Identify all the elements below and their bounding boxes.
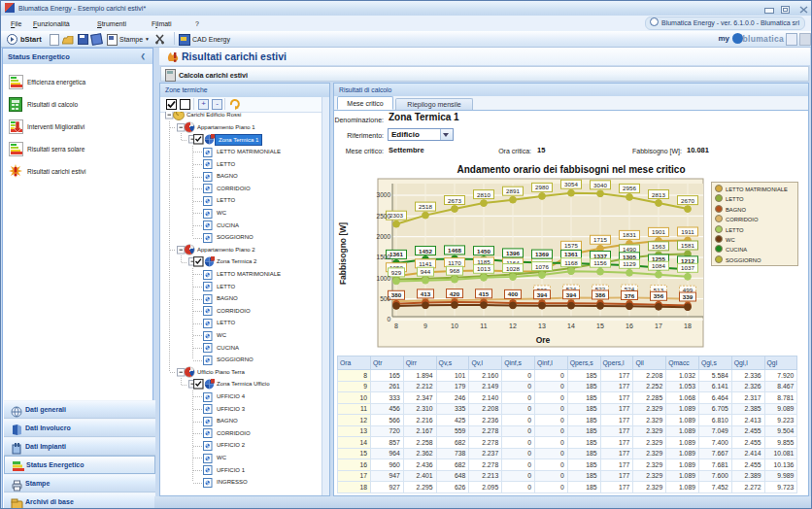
svg-text:1305: 1305 xyxy=(623,254,636,260)
svg-text:0: 0 xyxy=(387,316,390,322)
svg-text:2500: 2500 xyxy=(377,213,391,220)
svg-text:Ore: Ore xyxy=(536,335,551,345)
svg-text:1369: 1369 xyxy=(535,251,549,257)
svg-text:3054: 3054 xyxy=(564,181,578,187)
svg-text:1028: 1028 xyxy=(506,265,520,272)
svg-text:1076: 1076 xyxy=(535,263,549,270)
svg-text:14: 14 xyxy=(567,322,575,329)
svg-text:1141: 1141 xyxy=(419,260,432,267)
svg-text:1084: 1084 xyxy=(652,262,665,269)
svg-text:12: 12 xyxy=(509,322,517,329)
svg-text:420: 420 xyxy=(450,290,460,297)
svg-text:18: 18 xyxy=(684,322,692,329)
svg-text:415: 415 xyxy=(479,290,490,297)
svg-text:11: 11 xyxy=(480,322,487,329)
svg-text:3040: 3040 xyxy=(593,182,607,188)
svg-text:1490: 1490 xyxy=(623,246,636,253)
svg-text:1170: 1170 xyxy=(448,259,461,266)
svg-text:1168: 1168 xyxy=(564,259,578,266)
svg-text:376: 376 xyxy=(625,292,635,299)
svg-text:1361: 1361 xyxy=(564,251,578,257)
svg-text:2673: 2673 xyxy=(448,197,461,204)
svg-text:1212: 1212 xyxy=(681,257,694,264)
svg-text:394: 394 xyxy=(537,291,548,298)
svg-text:1129: 1129 xyxy=(623,260,636,267)
svg-text:400: 400 xyxy=(508,290,519,297)
svg-text:500: 500 xyxy=(380,295,390,302)
svg-text:1563: 1563 xyxy=(652,243,665,250)
svg-text:8: 8 xyxy=(394,322,398,329)
svg-text:413: 413 xyxy=(421,290,431,297)
svg-text:386: 386 xyxy=(595,291,606,298)
svg-text:2891: 2891 xyxy=(506,187,520,194)
svg-text:1901: 1901 xyxy=(652,228,665,235)
svg-text:2303: 2303 xyxy=(389,212,403,219)
svg-text:968: 968 xyxy=(450,267,460,274)
svg-text:2980: 2980 xyxy=(535,184,549,190)
svg-text:1396: 1396 xyxy=(506,250,520,256)
svg-text:1468: 1468 xyxy=(448,247,461,254)
svg-text:13: 13 xyxy=(538,322,546,329)
svg-text:1337: 1337 xyxy=(593,253,607,259)
svg-text:2518: 2518 xyxy=(419,203,432,210)
svg-text:2000: 2000 xyxy=(377,233,391,240)
svg-text:356: 356 xyxy=(654,292,664,299)
svg-text:1831: 1831 xyxy=(623,231,636,238)
svg-text:1452: 1452 xyxy=(419,248,432,254)
svg-text:1361: 1361 xyxy=(389,251,403,257)
svg-text:1581: 1581 xyxy=(681,242,694,249)
svg-text:1575: 1575 xyxy=(564,242,578,249)
svg-text:1911: 1911 xyxy=(681,228,694,235)
svg-text:1450: 1450 xyxy=(477,248,491,254)
svg-text:16: 16 xyxy=(626,322,633,329)
svg-text:1500: 1500 xyxy=(377,254,391,260)
svg-text:394: 394 xyxy=(566,291,577,298)
svg-text:1156: 1156 xyxy=(593,259,607,266)
svg-text:2670: 2670 xyxy=(681,197,694,204)
svg-text:17: 17 xyxy=(655,322,662,329)
svg-text:1013: 1013 xyxy=(477,265,491,272)
svg-text:1000: 1000 xyxy=(377,275,391,282)
svg-text:15: 15 xyxy=(596,322,604,329)
svg-text:339: 339 xyxy=(683,293,694,300)
svg-text:944: 944 xyxy=(421,268,431,275)
svg-text:380: 380 xyxy=(391,291,402,298)
svg-text:9: 9 xyxy=(423,322,427,329)
svg-text:10: 10 xyxy=(451,322,458,329)
svg-text:2956: 2956 xyxy=(623,185,636,191)
svg-text:1037: 1037 xyxy=(681,264,694,271)
svg-text:1715: 1715 xyxy=(593,236,607,243)
svg-text:929: 929 xyxy=(391,269,402,276)
svg-text:2810: 2810 xyxy=(477,191,491,198)
svg-text:2813: 2813 xyxy=(652,191,665,198)
svg-text:3000: 3000 xyxy=(377,191,391,198)
